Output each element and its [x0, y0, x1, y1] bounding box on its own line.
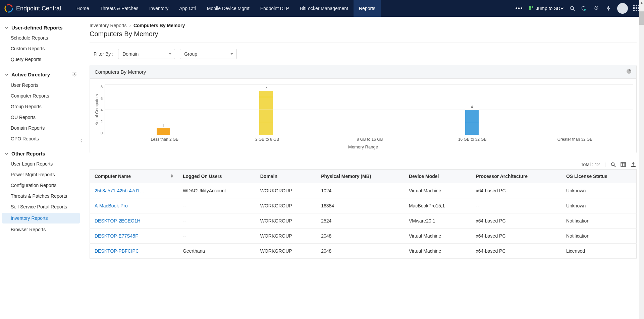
endpoint-central-icon — [4, 4, 13, 13]
table-search-icon[interactable] — [610, 162, 616, 167]
cell-memory: 2524 — [316, 213, 404, 229]
column-domain[interactable]: Domain — [256, 170, 316, 183]
rocket-icon[interactable] — [593, 5, 600, 12]
breadcrumb-separator: › — [129, 23, 131, 28]
computer-name-link[interactable]: DESKTOP-E77S45F — [90, 229, 178, 244]
chart-panel: Computers By Memory No. of Computers 864… — [90, 65, 637, 153]
cell-memory: 16384 — [316, 198, 404, 213]
svg-point-1 — [4, 4, 13, 13]
nav-mobile-device-mgmt[interactable]: Mobile Device Mgmt — [202, 0, 255, 17]
cell-memory: 2048 — [316, 244, 404, 259]
nav-inventory[interactable]: Inventory — [144, 0, 174, 17]
gear-icon[interactable] — [72, 71, 77, 78]
sidebar-item-ou-reports[interactable]: OU Reports — [0, 112, 82, 123]
x-label: 2 GB to 8 GB — [247, 137, 287, 142]
breadcrumb-parent[interactable]: Inventory Reports — [90, 23, 127, 28]
main-content: Inventory Reports › Computers By Memory … — [82, 17, 644, 319]
sidebar-item-power-mgmt-reports[interactable]: Power Mgmt Reports — [0, 169, 82, 180]
cell-memory: 2048 — [316, 229, 404, 244]
sidebar-item-threats-patches-reports[interactable]: Threats & Patches Reports — [0, 191, 82, 201]
sidebar-section-user-defined-reports[interactable]: User-defined Reports — [0, 23, 82, 33]
pie-chart-icon[interactable] — [626, 69, 632, 75]
column-os-license-status[interactable]: OS License Status — [561, 170, 637, 183]
user-avatar[interactable] — [617, 3, 628, 14]
table-row: DESKTOP-PBFCIPCGeerthanaWORKGROUP2048Vir… — [90, 244, 637, 259]
scrollbar-thumb[interactable] — [639, 11, 644, 25]
jump-to-sdp-link[interactable]: Jump to SDP — [529, 5, 564, 12]
column-device-model[interactable]: Device Model — [404, 170, 471, 183]
cell-domain: WORKGROUP — [256, 183, 316, 198]
svg-point-6 — [570, 6, 574, 10]
sidebar-section-other-reports[interactable]: Other Reports — [0, 149, 82, 158]
computer-name-link[interactable]: DESKTOP-2ECEO1H — [90, 213, 178, 229]
sort-icon[interactable]: ▲▼ — [170, 174, 173, 178]
breadcrumb-current: Computers By Memory — [133, 23, 185, 28]
cell-user: WDAGUtilityAccount — [178, 183, 256, 198]
svg-rect-13 — [621, 163, 626, 167]
sidebar-item-configuration-reports[interactable]: Configuration Reports — [0, 180, 82, 191]
sidebar-item-gpo-reports[interactable]: GPO Reports — [0, 133, 82, 144]
sidebar-item-query-reports[interactable]: Query Reports — [0, 54, 82, 65]
chevron-down-icon — [5, 26, 9, 30]
nav-threats-patches[interactable]: Threats & Patches — [94, 0, 144, 17]
column-computer-name[interactable]: Computer Name▲▼ — [90, 170, 178, 183]
column-physical-memory-mb-[interactable]: Physical Memory (MB) — [316, 170, 404, 183]
nav-bitlocker-management[interactable]: BitLocker Management — [294, 0, 354, 17]
table-toolbar: Total : 12 | — [90, 162, 636, 167]
bolt-icon[interactable] — [605, 5, 612, 12]
chart-panel-title: Computers By Memory — [95, 69, 146, 75]
computers-table: Computer Name▲▼Logged On UsersDomainPhys… — [90, 169, 637, 259]
table-columns-icon[interactable] — [621, 162, 626, 167]
table-row: A-MacBook-Pro--WORKGROUP16384MacBookPro1… — [90, 198, 637, 213]
page-scrollbar[interactable]: ▲ — [639, 0, 644, 319]
sidebar-item-user-reports[interactable]: User Reports — [0, 80, 82, 90]
shield-icon[interactable] — [581, 5, 588, 12]
nav-endpoint-dlp[interactable]: Endpoint DLP — [255, 0, 294, 17]
column-processor-architecture[interactable]: Processor Architecture — [471, 170, 561, 183]
apps-grid-icon[interactable] — [633, 5, 640, 12]
group-select[interactable]: Group — [180, 49, 237, 59]
topbar-right: Jump to SDP — [529, 3, 640, 14]
sidebar-section-active-directory[interactable]: Active Directory — [0, 69, 82, 80]
sidebar-item-schedule-reports[interactable]: Schedule Reports — [0, 33, 82, 43]
sidebar-item-group-reports[interactable]: Group Reports — [0, 101, 82, 112]
cell-arch: x64-based PC — [471, 183, 561, 198]
table-row: DESKTOP-2ECEO1H--WORKGROUP2524VMware20,1… — [90, 213, 637, 229]
cell-arch: x64-based PC — [471, 213, 561, 229]
nav-reports[interactable]: Reports — [354, 0, 381, 17]
sidebar-item-computer-reports[interactable]: Computer Reports — [0, 90, 82, 101]
computer-name-link[interactable]: 25b3a571-425b-47d1-86... — [90, 183, 178, 198]
cell-license: Notification — [561, 213, 637, 229]
svg-rect-4 — [532, 6, 533, 8]
export-icon[interactable] — [631, 162, 636, 167]
sidebar-item-custom-reports[interactable]: Custom Reports — [0, 43, 82, 54]
scroll-up-arrow[interactable]: ▲ — [639, 0, 644, 5]
cell-domain: WORKGROUP — [256, 244, 316, 259]
bar-less-than-2-gb[interactable]: 1 — [153, 124, 173, 135]
sidebar-item-domain-reports[interactable]: Domain Reports — [0, 123, 82, 133]
nav-more-icon[interactable]: ••• — [510, 5, 529, 11]
bar-2-gb-to-8-gb[interactable]: 7 — [256, 86, 276, 135]
svg-point-2 — [4, 4, 13, 13]
cell-domain: WORKGROUP — [256, 198, 316, 213]
filter-bar: Filter By : Domain Group — [90, 49, 637, 59]
cell-model: MacBookPro15,1 — [404, 198, 471, 213]
search-icon[interactable] — [569, 5, 576, 12]
nav-home[interactable]: Home — [71, 0, 94, 17]
x-axis-label: Memory Range — [93, 144, 633, 149]
nav-app-ctrl[interactable]: App Ctrl — [174, 0, 202, 17]
sidebar-item-inventory-reports[interactable]: Inventory Reports — [2, 213, 80, 224]
cell-arch: -- — [471, 198, 561, 213]
cell-license: Unknown — [561, 183, 637, 198]
cell-model: Virtual Machine — [404, 229, 471, 244]
y-axis-label: No. of Computers — [93, 85, 101, 135]
sidebar-item-self-service-portal-reports[interactable]: Self Service Portal Reports — [0, 201, 82, 212]
sidebar-item-user-logon-reports[interactable]: User Logon Reports — [0, 158, 82, 169]
computer-name-link[interactable]: DESKTOP-PBFCIPC — [90, 244, 178, 259]
column-logged-on-users[interactable]: Logged On Users — [178, 170, 256, 183]
chart-panel-header: Computers By Memory — [90, 65, 636, 79]
computer-name-link[interactable]: A-MacBook-Pro — [90, 198, 178, 213]
domain-select[interactable]: Domain — [118, 49, 175, 59]
sidebar-item-browser-reports[interactable]: Browser Reports — [0, 224, 82, 235]
brand-logo[interactable]: Endpoint Central — [4, 4, 61, 13]
